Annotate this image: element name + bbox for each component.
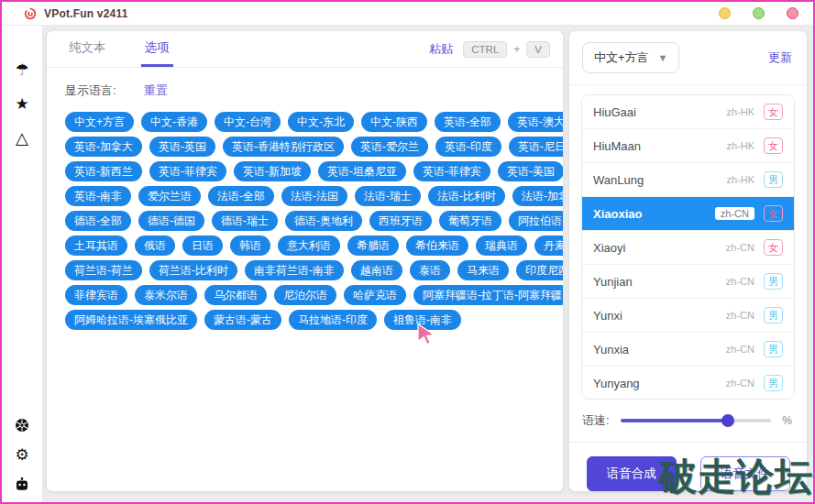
- language-pill[interactable]: 阿姆哈拉语-埃塞俄比亚: [65, 310, 197, 330]
- language-pill[interactable]: 法语-比利时: [428, 186, 505, 206]
- language-pill[interactable]: 德语-瑞士: [212, 211, 278, 231]
- language-pill[interactable]: 英语-新加坡: [234, 161, 311, 181]
- language-pill[interactable]: 荷兰语-荷兰: [65, 260, 142, 280]
- language-pill[interactable]: 英语-爱尔兰: [351, 137, 428, 157]
- language-pill[interactable]: 中文-东北: [288, 112, 354, 132]
- language-pill[interactable]: 荷兰语-比利时: [149, 260, 237, 280]
- language-pill[interactable]: 泰语: [410, 260, 450, 280]
- language-pill-row: 阿姆哈拉语-埃塞俄比亚蒙古语-蒙古马拉地语-印度祖鲁语-南非: [65, 310, 557, 330]
- language-pill[interactable]: 中文+方言: [65, 112, 134, 132]
- gear-icon[interactable]: ⚙: [15, 447, 28, 463]
- language-pill[interactable]: 中文-台湾: [215, 112, 281, 132]
- voice-locale-badge: zh-CN: [726, 276, 754, 287]
- language-pill[interactable]: 阿拉伯语: [509, 211, 563, 231]
- paste-button[interactable]: 粘贴: [429, 41, 453, 58]
- language-pill[interactable]: 英语-全部: [435, 112, 501, 132]
- language-pill[interactable]: 爱尔兰语: [138, 186, 201, 206]
- language-pill[interactable]: 德语-奥地利: [285, 211, 362, 231]
- triangle-icon[interactable]: △: [16, 130, 28, 147]
- maximize-button[interactable]: [753, 7, 765, 19]
- language-pill[interactable]: 马来语: [457, 260, 509, 280]
- language-pill[interactable]: 葡萄牙语: [439, 211, 501, 231]
- update-link[interactable]: 更新: [768, 49, 792, 66]
- reset-link[interactable]: 重置: [144, 82, 168, 99]
- synthesize-button[interactable]: 语音合成: [587, 456, 677, 491]
- voice-locale-badge: zh-CN: [715, 207, 754, 220]
- voice-row[interactable]: Yunjianzh-CN男: [582, 265, 794, 299]
- language-pill[interactable]: 日语: [182, 236, 223, 256]
- language-pill[interactable]: 南非荷兰语-南非: [245, 260, 344, 280]
- language-filter-select[interactable]: 中文+方言 ▼: [582, 42, 679, 73]
- close-button[interactable]: [787, 7, 798, 19]
- language-pill[interactable]: 英语-印度: [435, 137, 501, 157]
- aperture-icon[interactable]: [15, 418, 29, 433]
- umbrella-icon[interactable]: ☂: [15, 62, 28, 78]
- tab-options[interactable]: 选项: [141, 31, 173, 67]
- voice-file-button[interactable]: 语音文件: [700, 456, 790, 491]
- tab-plain-text[interactable]: 纯文本: [65, 31, 110, 67]
- language-pill[interactable]: 德语-德国: [138, 211, 204, 231]
- slider-thumb[interactable]: [721, 414, 734, 427]
- language-pill[interactable]: 土耳其语: [65, 236, 127, 256]
- language-pill[interactable]: 英语-南非: [65, 186, 131, 206]
- star-icon[interactable]: ★: [15, 96, 28, 112]
- tab-bar: 纯文本 选项 粘贴 CTRL + V: [47, 31, 563, 68]
- language-pill[interactable]: 德语-全部: [65, 211, 131, 231]
- language-pill[interactable]: 马拉地语-印度: [289, 310, 377, 330]
- language-pill[interactable]: 英语-尼日利亚: [509, 137, 563, 157]
- minimize-button[interactable]: [719, 7, 731, 19]
- language-pill[interactable]: 英语-菲律宾: [149, 161, 226, 181]
- language-pill[interactable]: 印度尼西亚语: [516, 260, 563, 280]
- language-pill[interactable]: 希腊语: [347, 236, 399, 256]
- ctrl-keycap: CTRL: [463, 41, 507, 58]
- language-pill[interactable]: 法语-全部: [208, 186, 274, 206]
- language-pill[interactable]: 英语-香港特别行政区: [223, 137, 344, 157]
- language-pill[interactable]: 西班牙语: [369, 211, 432, 231]
- language-pill[interactable]: 哈萨克语: [344, 285, 406, 305]
- robot-icon[interactable]: [15, 477, 29, 491]
- language-pill[interactable]: 阿塞拜疆语-拉丁语-阿塞拜疆: [413, 285, 563, 305]
- language-pill[interactable]: 意大利语: [278, 236, 340, 256]
- language-pill[interactable]: 英语-加拿大: [65, 137, 142, 157]
- sidebar-top-icons: ☂ ★ △: [15, 62, 28, 147]
- voice-row[interactable]: Yunxiazh-CN男: [582, 333, 794, 367]
- voice-panel-footer: 语音合成 语音文件: [569, 442, 807, 491]
- language-pill[interactable]: 乌尔都语: [204, 285, 267, 305]
- language-pill[interactable]: 中文-香港: [141, 112, 207, 132]
- language-pill[interactable]: 法语-加拿大: [512, 186, 563, 206]
- language-pill[interactable]: 瑞典语: [476, 236, 527, 256]
- language-pill[interactable]: 英语-澳大利亚: [508, 112, 563, 132]
- voice-row[interactable]: WanLungzh-HK男: [582, 163, 794, 197]
- language-pill[interactable]: 韩语: [230, 236, 270, 256]
- language-pill[interactable]: 英语-新西兰: [65, 161, 142, 181]
- voice-locale-badge: zh-CN: [726, 378, 754, 389]
- voice-row[interactable]: Xiaoxiaozh-CN女: [582, 197, 794, 231]
- language-pill[interactable]: 中文-陕西: [361, 112, 427, 132]
- language-pill[interactable]: 菲律宾语: [65, 285, 127, 305]
- speed-control: 语速: %: [569, 400, 807, 438]
- voice-row[interactable]: HiuMaanzh-HK女: [582, 129, 794, 163]
- voice-gender-badge: 男: [764, 307, 783, 323]
- language-pill[interactable]: 英语-英国: [149, 137, 215, 157]
- voice-row[interactable]: HiuGaaizh-HK女: [582, 95, 794, 129]
- language-pill[interactable]: 丹麦语: [534, 236, 563, 256]
- language-pill-row: 荷兰语-荷兰荷兰语-比利时南非荷兰语-南非越南语泰语马来语印度尼西亚语: [65, 260, 557, 280]
- language-pill[interactable]: 英语-菲律宾: [413, 161, 490, 181]
- language-pill[interactable]: 英语-美国: [498, 161, 563, 181]
- voice-row[interactable]: Yunyangzh-CN男: [582, 367, 794, 400]
- language-pill[interactable]: 英语-坦桑尼亚: [318, 161, 406, 181]
- language-pill[interactable]: 祖鲁语-南非: [384, 310, 461, 330]
- language-pill[interactable]: 法语-法国: [281, 186, 347, 206]
- language-pill[interactable]: 尼泊尔语: [274, 285, 336, 305]
- language-pill[interactable]: 法语-瑞士: [355, 186, 421, 206]
- language-pill[interactable]: 越南语: [351, 260, 402, 280]
- language-pill[interactable]: 希伯来语: [406, 236, 468, 256]
- language-pill[interactable]: 蒙古语-蒙古: [204, 310, 281, 330]
- speed-slider[interactable]: [621, 419, 772, 422]
- voice-row[interactable]: Yunxizh-CN男: [582, 299, 794, 333]
- language-pill[interactable]: 泰米尔语: [135, 285, 197, 305]
- voice-locale-badge: zh-CN: [726, 242, 754, 253]
- voice-name: Yunxia: [593, 343, 629, 356]
- voice-row[interactable]: Xiaoyizh-CN女: [582, 231, 794, 265]
- language-pill[interactable]: 俄语: [135, 236, 175, 256]
